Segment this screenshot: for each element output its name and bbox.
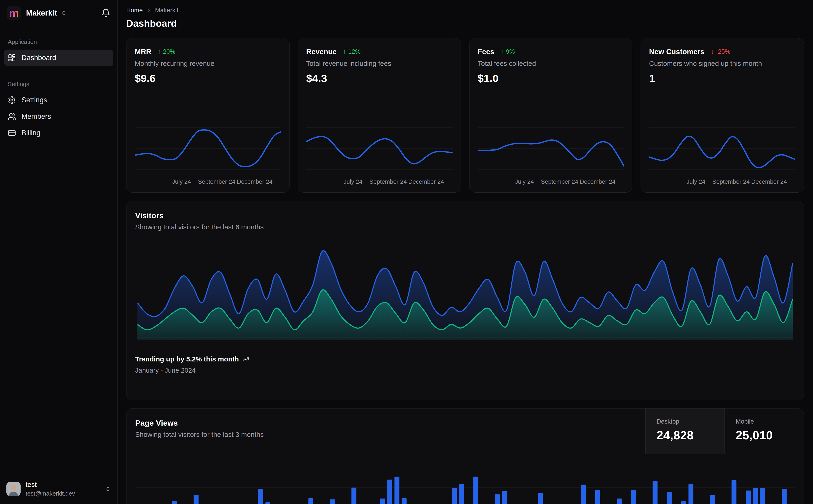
trending-up-icon [243,356,249,363]
trend-badge: ↑9% [501,48,515,55]
arrow-down-icon: ↓ [711,48,714,55]
trend-value: 20% [163,48,175,55]
sparkline-chart: July 24 September 24 December 24 [478,121,624,186]
tab-label: Desktop [657,418,725,425]
trend-badge: ↑20% [158,48,175,55]
visitors-subtitle: Showing total visitors for the last 6 mo… [135,223,795,231]
x-tick: December 24 [408,178,444,185]
stat-title: New Customers [649,48,704,56]
stat-subtitle: Total fees collected [478,60,624,67]
sidebar-item-label: Billing [21,129,40,137]
breadcrumb: Home Makerkit [126,7,804,14]
chevron-right-icon [146,8,152,13]
trend-badge: ↑12% [343,48,361,55]
x-tick: December 24 [580,178,616,185]
sparkline-chart: July 24 September 24 December 24 [649,121,795,186]
sidebar-item-billing[interactable]: Billing [4,125,113,141]
x-tick: December 24 [751,178,787,185]
x-tick: December 24 [237,178,273,185]
sidebar-item-label: Dashboard [21,54,56,62]
stat-card-new-customers: New Customers ↓-25% Customers who signed… [641,38,804,193]
stat-card-revenue: Revenue ↑12% Total revenue including fee… [298,38,461,193]
stat-cards-row: MRR ↑20% Monthly recurring revenue $9.6 … [126,38,804,193]
stat-title: MRR [135,48,151,56]
tab-value: 25,010 [736,428,804,442]
trend-value: 9% [506,48,515,55]
notifications-bell-icon[interactable] [101,8,110,18]
x-tick: September 24 [712,178,750,185]
stat-value: $1.0 [478,72,624,85]
stat-card-mrr: MRR ↑20% Monthly recurring revenue $9.6 … [126,38,290,193]
sidebar-item-settings[interactable]: Settings [4,92,113,108]
stat-subtitle: Customers who signed up this month [649,60,795,67]
stat-subtitle: Total revenue including fees [306,60,453,67]
arrow-up-icon: ↑ [158,48,161,55]
gear-icon [8,96,16,104]
page-views-subtitle: Showing total visitors for the last 3 mo… [135,431,637,438]
sparkline-chart: July 24 September 24 December 24 [306,121,453,186]
stat-value: $4.3 [306,72,453,85]
visitors-footer-period: January - June 2024 [135,367,795,374]
page-views-card: Page Views Showing total visitors for th… [126,408,804,504]
breadcrumb-current: Makerkit [155,7,178,14]
nav-section-settings: Settings [8,81,109,88]
arrow-up-icon: ↑ [501,48,504,55]
x-tick: September 24 [198,178,235,185]
x-tick: July 24 [172,178,191,185]
workspace-switcher[interactable]: m Makerkit [4,6,113,20]
stat-subtitle: Monthly recurring revenue [135,60,281,67]
visitors-title: Visitors [135,211,795,220]
x-tick: July 24 [515,178,534,185]
main-content: Home Makerkit Dashboard MRR ↑20% Monthly… [117,0,813,504]
sidebar-item-label: Members [21,112,51,121]
sparkline-chart: July 24 September 24 December 24 [135,121,281,186]
x-axis-labels: July 24 September 24 December 24 [135,178,281,186]
visitors-area-chart [126,238,804,341]
stat-title: Revenue [306,48,337,56]
user-avatar [6,482,21,496]
x-tick: September 24 [369,178,407,185]
user-email: test@makerkit.dev [26,490,75,497]
page-views-title: Page Views [135,419,637,427]
sidebar-nav: Application Dashboard Settings Settings … [4,38,113,141]
tab-desktop[interactable]: Desktop 24,828 [646,409,725,454]
nav-spacer [4,66,113,81]
tab-label: Mobile [736,418,804,425]
user-account-menu[interactable]: test test@makerkit.dev [4,481,113,497]
stat-title: Fees [478,48,494,56]
chevrons-up-down-icon [105,486,111,492]
credit-card-icon [8,129,16,137]
x-tick: July 24 [687,178,705,185]
visitors-footer-text: Trending up by 5.2% this month [135,355,239,363]
nav-section-application: Application [8,38,109,45]
page-title: Dashboard [126,18,804,29]
stat-card-fees: Fees ↑9% Total fees collected $1.0 July … [469,38,633,193]
stat-value: 1 [649,72,795,85]
users-icon [8,112,16,121]
trend-value: -25% [716,48,731,55]
x-tick: September 24 [541,178,578,185]
workspace-name: Makerkit [26,9,57,17]
sidebar-item-dashboard[interactable]: Dashboard [4,50,113,66]
sidebar-item-members[interactable]: Members [4,108,113,125]
chevrons-up-down-icon [61,10,67,16]
stat-value: $9.6 [135,72,281,85]
page-views-bar-chart [126,454,804,504]
x-tick: July 24 [344,178,362,185]
visitors-card: Visitors Showing total visitors for the … [126,201,804,400]
sidebar: m Makerkit Application Dashboard Setting… [0,0,117,504]
x-axis-labels: July 24 September 24 December 24 [478,178,624,186]
user-name: test [26,481,75,488]
tab-mobile[interactable]: Mobile 25,010 [725,409,804,454]
layout-dashboard-icon [8,54,16,62]
breadcrumb-home-link[interactable]: Home [126,7,143,14]
arrow-up-icon: ↑ [343,48,346,55]
sidebar-item-label: Settings [21,96,47,104]
logo-letter: m [9,8,19,19]
trend-value: 12% [348,48,361,55]
makerkit-logo: m [7,6,21,20]
tab-value: 24,828 [657,428,725,442]
x-axis-labels: July 24 September 24 December 24 [649,178,795,186]
trend-badge: ↓-25% [711,48,731,55]
x-axis-labels: July 24 September 24 December 24 [306,178,453,186]
